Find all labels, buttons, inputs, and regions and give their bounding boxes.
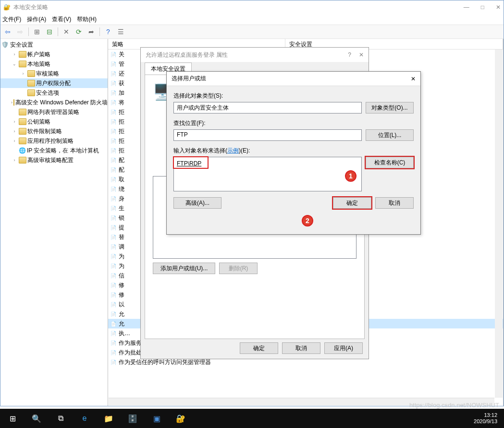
forward-button[interactable]: ⇨ — [15, 26, 25, 37]
maximize-button[interactable]: □ — [481, 4, 484, 11]
minimize-button[interactable]: — — [464, 4, 469, 11]
expand-icon[interactable]: › — [11, 100, 12, 105]
menu-file[interactable]: 文件(F) — [2, 15, 21, 24]
names-label: 输入对象名称来选择(示例)(E): — [173, 147, 414, 155]
policy-icon: 📄 — [110, 109, 117, 115]
tree-item-label: 高级审核策略配置 — [27, 156, 74, 164]
expand-icon[interactable]: › — [11, 119, 18, 124]
add-user-button[interactable]: 添加用户或组(U)... — [153, 263, 215, 274]
ok-button[interactable]: 确定 — [240, 342, 278, 354]
policy-icon: 📄 — [110, 359, 117, 365]
policy-icon: 📄 — [110, 118, 117, 125]
policy-icon: 📄 — [110, 301, 117, 308]
ok-button[interactable]: 确定 — [333, 197, 371, 209]
apply-button[interactable]: 应用(A) — [324, 342, 363, 354]
search-icon[interactable]: 🔍 — [26, 409, 47, 428]
delete-button[interactable]: 删除(R) — [219, 263, 258, 274]
annotation-marker-2: 2 — [302, 215, 313, 227]
close-button[interactable]: ✕ — [496, 4, 501, 11]
tree-item[interactable]: ›高级安全 Windows Defender 防火墙 — [0, 98, 108, 107]
task-view-icon[interactable]: ⧉ — [50, 409, 71, 428]
policy-icon: 📄 — [110, 205, 117, 212]
titlebar: 🔐 本地安全策略 — □ ✕ — [0, 0, 504, 14]
policy-icon: 📄 — [110, 166, 117, 173]
expand-icon[interactable]: › — [11, 129, 18, 134]
server-manager-icon[interactable]: 🗄️ — [122, 409, 143, 428]
annotation-marker-1: 1 — [345, 170, 356, 182]
advanced-button[interactable]: 高级(A)... — [173, 197, 221, 209]
expand-icon[interactable]: ⌄ — [11, 62, 18, 66]
policy-icon: 📄 — [110, 311, 117, 317]
tree-item[interactable]: ›帐户策略 — [0, 50, 108, 59]
policy-icon: 📄 — [110, 340, 117, 346]
help-button[interactable]: ? — [348, 51, 351, 58]
object-names-value: FTP\RDP — [177, 160, 201, 167]
policy-icon: 📄 — [110, 224, 117, 231]
cancel-button[interactable]: 取消 — [375, 197, 414, 209]
menu-help[interactable]: 帮助(H) — [77, 15, 97, 24]
policy-icon: 📄 — [110, 138, 117, 144]
tree-item[interactable]: ›应用程序控制策略 — [0, 136, 108, 146]
policy-icon: 📄 — [110, 320, 117, 327]
tree-item[interactable]: ›软件限制策略 — [0, 126, 108, 136]
tree-item-label: 软件限制策略 — [27, 127, 62, 136]
tree-panel[interactable]: 🛡️ 安全设置 ›帐户策略⌄本地策略›审核策略用户权限分配安全选项›高级安全 W… — [0, 39, 108, 406]
close-button[interactable]: ✕ — [411, 76, 416, 82]
edge-icon[interactable]: e — [74, 409, 95, 428]
tree-item[interactable]: ›高级审核策略配置 — [0, 155, 108, 165]
expand-icon[interactable]: › — [20, 71, 26, 76]
tree-root[interactable]: 🛡️ 安全设置 — [0, 40, 108, 50]
tree-item[interactable]: 用户权限分配 — [0, 78, 108, 88]
policy-icon: 📄 — [110, 128, 117, 135]
location-button[interactable]: 位置(L)... — [366, 129, 414, 141]
check-names-button[interactable]: 检查名称(C) — [366, 157, 414, 168]
tree-item[interactable]: ›审核策略 — [0, 69, 108, 78]
object-names-input[interactable]: FTP\RDP — [173, 157, 362, 191]
tree-item-label: 本地策略 — [27, 60, 50, 68]
powershell-icon[interactable]: ▣ — [146, 409, 167, 428]
policy-icon: 📄 — [110, 186, 117, 192]
toolbar: ⇦ ⇨ ⊞ ⊟ ✕ ⟳ ➦ ? ☰ — [0, 25, 504, 39]
tree-button[interactable]: ⊟ — [44, 26, 55, 37]
tree-root-label: 安全设置 — [10, 41, 33, 49]
export-button[interactable]: ➦ — [86, 26, 97, 37]
back-button[interactable]: ⇦ — [2, 26, 13, 37]
example-link[interactable]: 示例 — [227, 147, 239, 154]
policy-icon: 📄 — [110, 195, 117, 202]
policy-icon: 📄 — [110, 214, 117, 221]
taskbar[interactable]: ⊞ 🔍 ⧉ e 📁 🗄️ ▣ 🔐 13:12 2020/9/13 — [0, 409, 504, 428]
menubar[interactable]: 文件(F) 操作(A) 查看(V) 帮助(H) — [0, 14, 504, 25]
system-tray[interactable]: 13:12 2020/9/13 — [474, 412, 502, 425]
close-button[interactable]: ✕ — [359, 51, 364, 58]
expand-icon[interactable]: › — [11, 138, 18, 143]
expand-icon[interactable]: › — [11, 52, 18, 57]
security-policy-icon[interactable]: 🔐 — [170, 409, 191, 428]
menu-action[interactable]: 操作(A) — [27, 15, 46, 24]
up-button[interactable]: ⊞ — [32, 26, 42, 37]
menu-view[interactable]: 查看(V) — [52, 15, 71, 24]
object-type-button[interactable]: 对象类型(O)... — [366, 102, 414, 113]
location-field: FTP — [173, 129, 362, 141]
tree-item[interactable]: ›公钥策略 — [0, 117, 108, 126]
vertical-scrollbar[interactable] — [495, 50, 503, 398]
policy-icon: 📄 — [110, 330, 117, 337]
object-type-field: 用户或内置安全主体 — [173, 102, 362, 113]
tree-item[interactable]: 安全选项 — [0, 88, 108, 98]
tree-item[interactable]: 🌐IP 安全策略，在 本地计算机 — [0, 146, 108, 155]
policy-icon: 📄 — [110, 272, 117, 279]
help-button[interactable]: ? — [103, 26, 113, 37]
folder-icon — [13, 99, 14, 106]
props-button[interactable]: ☰ — [115, 26, 126, 37]
policy-icon: 📄 — [110, 147, 117, 154]
explorer-icon[interactable]: 📁 — [98, 409, 119, 428]
expand-icon[interactable]: › — [11, 158, 18, 163]
folder-icon — [27, 89, 35, 96]
cancel-button[interactable]: 取消 — [282, 342, 320, 354]
policy-icon: 📄 — [110, 282, 117, 289]
tree-item[interactable]: ⌄本地策略 — [0, 59, 108, 69]
policy-icon: 📄 — [110, 291, 117, 298]
delete-button[interactable]: ✕ — [61, 26, 72, 37]
refresh-button[interactable]: ⟳ — [74, 26, 84, 37]
tree-item[interactable]: 网络列表管理器策略 — [0, 107, 108, 117]
start-button[interactable]: ⊞ — [2, 409, 23, 428]
